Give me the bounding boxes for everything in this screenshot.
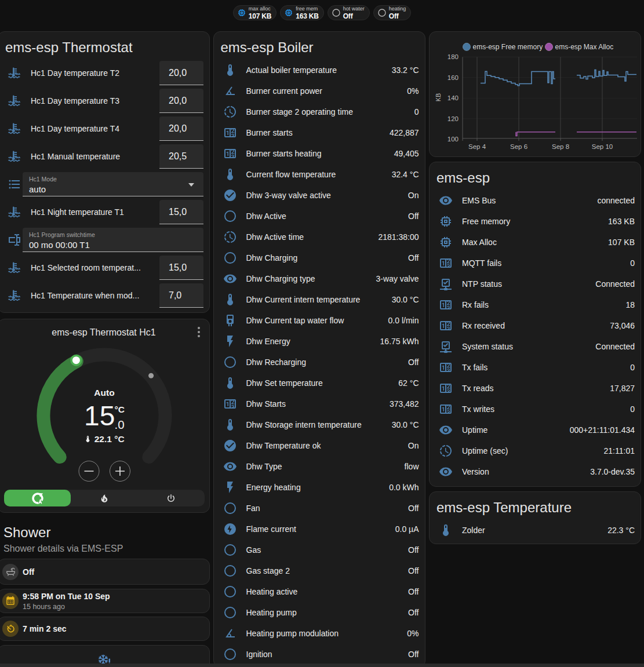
svg-text:120: 120 [447, 115, 459, 122]
svg-text:ems-esp Free memory: ems-esp Free memory [473, 43, 543, 51]
svg-text:KB: KB [435, 93, 442, 102]
svg-text:Sep 6: Sep 6 [510, 143, 527, 150]
svg-text:ems-esp Max Alloc: ems-esp Max Alloc [555, 43, 614, 51]
svg-text:Sep 4: Sep 4 [468, 143, 486, 150]
svg-text:140: 140 [447, 94, 459, 101]
svg-text:Sep 10: Sep 10 [592, 143, 613, 150]
svg-text:Sep 8: Sep 8 [552, 143, 569, 150]
svg-text:180: 180 [447, 53, 459, 60]
svg-text:160: 160 [447, 74, 459, 81]
svg-text:100: 100 [447, 136, 459, 143]
